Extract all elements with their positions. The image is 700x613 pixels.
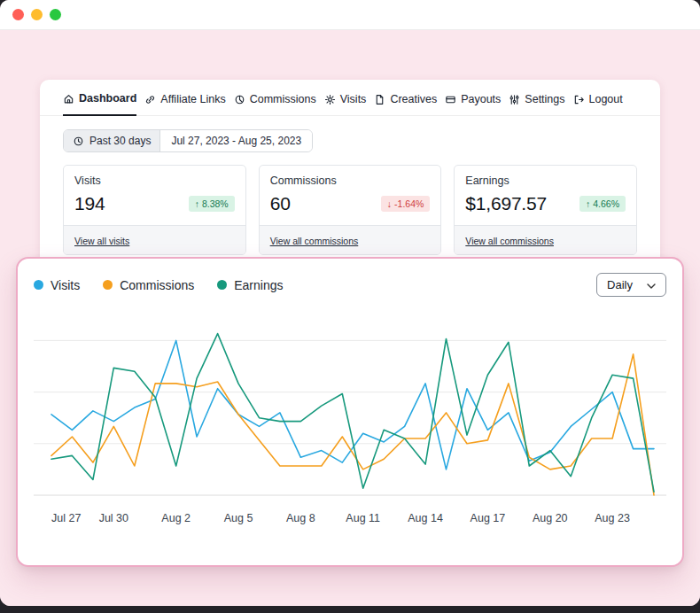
stats-row: Visits 194 ↑ 8.38% View all visits bbox=[63, 165, 637, 255]
link-icon bbox=[144, 94, 156, 105]
trend-arrow-icon: ↓ bbox=[387, 198, 392, 209]
nav-item-affiliate-links[interactable]: Affiliate Links bbox=[144, 93, 225, 115]
date-range-text: Jul 27, 2023 - Aug 25, 2023 bbox=[171, 135, 301, 147]
legend-dot bbox=[103, 280, 113, 290]
legend-item-commissions[interactable]: Commissions bbox=[103, 278, 194, 292]
sliders-icon bbox=[509, 94, 520, 105]
date-preset-button[interactable]: Past 30 days bbox=[64, 130, 160, 151]
nav-item-label: Commissions bbox=[250, 93, 316, 105]
svg-text:Aug 11: Aug 11 bbox=[346, 512, 380, 524]
window-titlebar bbox=[0, 0, 700, 30]
legend-label: Visits bbox=[51, 278, 80, 292]
nav-item-label: Settings bbox=[525, 93, 564, 105]
nav-item-settings[interactable]: Settings bbox=[509, 93, 564, 115]
stat-value: 60 bbox=[270, 193, 291, 214]
stat-card: Earnings $1,697.57 ↑ 4.66% View all comm… bbox=[454, 165, 637, 255]
stat-change-badge: ↓ -1.64% bbox=[381, 196, 431, 212]
svg-text:Aug 8: Aug 8 bbox=[286, 512, 315, 524]
stat-change-value: -1.64% bbox=[394, 198, 424, 209]
zoom-button[interactable] bbox=[50, 9, 61, 20]
date-filter-row: Past 30 days Jul 27, 2023 - Aug 25, 2023 bbox=[63, 129, 637, 152]
close-button[interactable] bbox=[12, 9, 24, 20]
logout-icon bbox=[573, 94, 585, 105]
legend-dot bbox=[217, 280, 227, 290]
chevron-down-icon bbox=[647, 278, 656, 291]
nav-item-creatives[interactable]: Creatives bbox=[374, 93, 437, 115]
view-all-earnings-link[interactable]: View all commissions bbox=[465, 236, 554, 246]
stat-change-value: 4.66% bbox=[593, 198, 619, 209]
interval-select-value: Daily bbox=[607, 278, 633, 291]
legend-label: Commissions bbox=[120, 278, 194, 292]
svg-text:Jul 27: Jul 27 bbox=[51, 512, 81, 524]
nav-item-label: Dashboard bbox=[79, 92, 136, 105]
nav-item-commissions[interactable]: Commissions bbox=[234, 93, 316, 115]
interval-select[interactable]: Daily bbox=[596, 273, 666, 297]
svg-text:Aug 20: Aug 20 bbox=[533, 512, 568, 524]
chart-area: Jul 27Jul 30Aug 2Aug 5Aug 8Aug 11Aug 14A… bbox=[34, 309, 666, 536]
nav-item-payouts[interactable]: Payouts bbox=[445, 93, 501, 115]
nav-item-logout[interactable]: Logout bbox=[573, 93, 623, 115]
legend-label: Earnings bbox=[234, 278, 283, 292]
stat-label: Earnings bbox=[465, 175, 626, 187]
stat-change-badge: ↑ 4.66% bbox=[579, 196, 626, 212]
nav-item-label: Payouts bbox=[461, 93, 501, 105]
date-range-control: Past 30 days Jul 27, 2023 - Aug 25, 2023 bbox=[63, 129, 313, 152]
stat-value: 194 bbox=[74, 193, 105, 214]
view-all-visits-link[interactable]: View all visits bbox=[74, 236, 129, 246]
stat-card: Visits 194 ↑ 8.38% View all visits bbox=[63, 165, 246, 255]
trend-arrow-icon: ↑ bbox=[195, 198, 199, 209]
svg-text:Jul 30: Jul 30 bbox=[99, 512, 128, 524]
chart-panel: Visits Commissions Earnings Daily bbox=[16, 257, 684, 567]
chart-panel-header: Visits Commissions Earnings Daily bbox=[34, 273, 666, 297]
date-preset-label: Past 30 days bbox=[89, 135, 151, 147]
svg-text:Aug 2: Aug 2 bbox=[161, 512, 191, 524]
legend-item-visits[interactable]: Visits bbox=[34, 278, 80, 292]
stat-label: Commissions bbox=[270, 175, 431, 187]
nav-item-label: Affiliate Links bbox=[160, 93, 225, 105]
svg-text:Aug 5: Aug 5 bbox=[224, 512, 253, 524]
nav-item-label: Logout bbox=[589, 93, 623, 105]
credit-card-icon bbox=[445, 94, 456, 105]
svg-text:Aug 17: Aug 17 bbox=[471, 512, 506, 524]
svg-text:Aug 14: Aug 14 bbox=[408, 512, 443, 524]
nav-item-dashboard[interactable]: Dashboard bbox=[63, 92, 136, 116]
stat-change-value: 8.38% bbox=[202, 198, 229, 209]
stat-change-badge: ↑ 8.38% bbox=[189, 196, 235, 212]
chart-legend: Visits Commissions Earnings bbox=[34, 278, 283, 292]
pie-chart-icon bbox=[234, 94, 245, 105]
trend-arrow-icon: ↑ bbox=[586, 198, 590, 209]
view-all-commissions-link[interactable]: View all commissions bbox=[270, 236, 359, 246]
legend-dot bbox=[34, 280, 43, 290]
legend-item-earnings[interactable]: Earnings bbox=[217, 278, 283, 292]
line-chart: Jul 27Jul 30Aug 2Aug 5Aug 8Aug 11Aug 14A… bbox=[34, 309, 666, 536]
stat-value: $1,697.57 bbox=[465, 193, 547, 214]
page-background: Dashboard Affiliate Links Commissions Vi… bbox=[0, 30, 700, 606]
stat-card: Commissions 60 ↓ -1.64% View all commiss… bbox=[259, 165, 442, 255]
date-range-display[interactable]: Jul 27, 2023 - Aug 25, 2023 bbox=[160, 130, 312, 151]
document-icon bbox=[374, 94, 385, 105]
sun-icon bbox=[324, 94, 336, 105]
stat-label: Visits bbox=[74, 175, 235, 187]
svg-text:Aug 23: Aug 23 bbox=[595, 512, 630, 524]
minimize-button[interactable] bbox=[31, 9, 43, 20]
main-nav: Dashboard Affiliate Links Commissions Vi… bbox=[40, 80, 660, 116]
nav-item-visits[interactable]: Visits bbox=[324, 93, 367, 115]
history-clock-icon bbox=[73, 136, 84, 147]
nav-item-label: Visits bbox=[340, 93, 367, 105]
nav-item-label: Creatives bbox=[390, 93, 437, 105]
app-window: Dashboard Affiliate Links Commissions Vi… bbox=[0, 0, 700, 606]
home-icon bbox=[63, 93, 74, 105]
